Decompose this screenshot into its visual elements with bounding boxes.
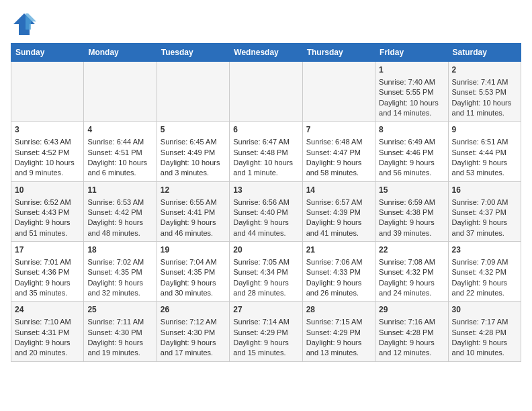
day-info: Sunrise: 6:48 AM	[306, 137, 371, 147]
calendar-day-cell: 30Sunrise: 7:17 AMSunset: 4:28 PMDayligh…	[448, 302, 521, 361]
day-number: 17	[15, 244, 80, 256]
calendar-day-cell: 13Sunrise: 6:56 AMSunset: 4:40 PMDayligh…	[230, 181, 302, 241]
calendar-day-cell: 29Sunrise: 7:16 AMSunset: 4:28 PMDayligh…	[375, 302, 448, 361]
day-info: Daylight: 9 hours and 37 minutes.	[452, 218, 517, 238]
day-info: Daylight: 9 hours and 56 minutes.	[379, 158, 444, 179]
day-info: Daylight: 9 hours and 15 minutes.	[233, 338, 298, 359]
day-number: 10	[15, 185, 80, 196]
day-number: 1	[379, 64, 444, 76]
day-info: Daylight: 9 hours and 19 minutes.	[87, 338, 152, 359]
day-info: Daylight: 10 hours and 1 minute.	[233, 158, 298, 179]
calendar-day-cell: 6Sunrise: 6:47 AMSunset: 4:48 PMDaylight…	[230, 122, 302, 181]
day-info: Sunset: 4:37 PM	[452, 208, 517, 218]
day-info: Daylight: 9 hours and 28 minutes.	[233, 278, 298, 299]
calendar-day-cell: 18Sunrise: 7:02 AMSunset: 4:35 PMDayligh…	[84, 242, 157, 302]
day-number: 12	[161, 185, 226, 196]
calendar-body: 1Sunrise: 7:40 AMSunset: 5:55 PMDaylight…	[11, 62, 521, 362]
day-of-week-header: Thursday	[302, 44, 375, 62]
day-info: Daylight: 9 hours and 26 minutes.	[306, 278, 371, 299]
day-info: Sunset: 5:53 PM	[452, 87, 517, 97]
day-info: Daylight: 9 hours and 24 minutes.	[379, 278, 444, 299]
calendar-day-cell: 8Sunrise: 6:49 AMSunset: 4:46 PMDaylight…	[375, 122, 448, 181]
day-info: Sunset: 4:52 PM	[15, 148, 80, 158]
day-number: 29	[379, 304, 444, 316]
day-number: 20	[233, 244, 298, 256]
day-info: Sunset: 4:43 PM	[15, 208, 80, 218]
day-info: Sunrise: 7:06 AM	[306, 257, 371, 267]
day-number: 6	[233, 124, 298, 136]
logo-icon	[11, 11, 38, 38]
calendar-table: SundayMondayTuesdayWednesdayThursdayFrid…	[11, 43, 521, 362]
calendar-week-row: 10Sunrise: 6:52 AMSunset: 4:43 PMDayligh…	[11, 181, 521, 241]
calendar-header-row: SundayMondayTuesdayWednesdayThursdayFrid…	[11, 44, 521, 62]
day-info: Sunset: 4:34 PM	[233, 267, 298, 277]
day-info: Sunset: 4:35 PM	[161, 267, 226, 277]
calendar-week-row: 3Sunrise: 6:43 AMSunset: 4:52 PMDaylight…	[11, 122, 521, 181]
day-info: Sunset: 4:51 PM	[87, 148, 152, 158]
calendar-day-cell: 24Sunrise: 7:10 AMSunset: 4:31 PMDayligh…	[11, 302, 84, 361]
calendar-day-cell: 9Sunrise: 6:51 AMSunset: 4:44 PMDaylight…	[448, 122, 521, 181]
day-info: Sunrise: 6:43 AM	[15, 137, 80, 147]
logo	[11, 11, 42, 38]
day-of-week-header: Friday	[375, 44, 448, 62]
day-info: Daylight: 10 hours and 14 minutes.	[379, 98, 444, 119]
day-info: Daylight: 9 hours and 17 minutes.	[161, 338, 226, 359]
day-info: Sunrise: 7:16 AM	[379, 317, 444, 327]
day-number: 11	[87, 185, 152, 196]
day-info: Daylight: 9 hours and 10 minutes.	[452, 338, 517, 359]
day-info: Sunset: 4:39 PM	[306, 208, 371, 218]
day-number: 27	[233, 304, 298, 316]
calendar-day-cell: 5Sunrise: 6:45 AMSunset: 4:49 PMDaylight…	[157, 122, 229, 181]
day-info: Daylight: 10 hours and 9 minutes.	[15, 158, 80, 179]
day-number: 23	[452, 244, 517, 256]
calendar-week-row: 24Sunrise: 7:10 AMSunset: 4:31 PMDayligh…	[11, 302, 521, 361]
day-of-week-header: Sunday	[11, 44, 84, 62]
day-info: Daylight: 10 hours and 6 minutes.	[87, 158, 152, 179]
day-info: Daylight: 10 hours and 3 minutes.	[161, 158, 226, 179]
calendar-day-cell	[84, 62, 157, 122]
day-info: Sunset: 4:29 PM	[233, 328, 298, 338]
day-number: 28	[306, 304, 371, 316]
calendar-day-cell: 11Sunrise: 6:53 AMSunset: 4:42 PMDayligh…	[84, 181, 157, 241]
day-number: 9	[452, 124, 517, 136]
day-number: 14	[306, 185, 371, 196]
calendar-day-cell: 15Sunrise: 6:59 AMSunset: 4:38 PMDayligh…	[375, 181, 448, 241]
calendar-day-cell: 23Sunrise: 7:09 AMSunset: 4:32 PMDayligh…	[448, 242, 521, 302]
day-info: Sunset: 4:30 PM	[161, 328, 226, 338]
calendar-day-cell	[230, 62, 302, 122]
calendar-day-cell: 28Sunrise: 7:15 AMSunset: 4:29 PMDayligh…	[302, 302, 375, 361]
day-info: Daylight: 9 hours and 44 minutes.	[233, 218, 298, 238]
calendar-week-row: 1Sunrise: 7:40 AMSunset: 5:55 PMDaylight…	[11, 62, 521, 122]
day-info: Daylight: 9 hours and 32 minutes.	[87, 278, 152, 299]
day-of-week-header: Tuesday	[157, 44, 229, 62]
day-info: Sunrise: 7:08 AM	[379, 257, 444, 267]
calendar-day-cell: 3Sunrise: 6:43 AMSunset: 4:52 PMDaylight…	[11, 122, 84, 181]
day-info: Daylight: 9 hours and 46 minutes.	[161, 218, 226, 238]
day-info: Daylight: 9 hours and 53 minutes.	[452, 158, 517, 179]
calendar-day-cell	[157, 62, 229, 122]
day-info: Sunset: 4:32 PM	[379, 267, 444, 277]
day-number: 22	[379, 244, 444, 256]
day-number: 2	[452, 64, 517, 76]
day-info: Sunset: 4:33 PM	[306, 267, 371, 277]
day-info: Sunset: 4:29 PM	[306, 328, 371, 338]
day-info: Sunset: 4:30 PM	[87, 328, 152, 338]
calendar-day-cell: 26Sunrise: 7:12 AMSunset: 4:30 PMDayligh…	[157, 302, 229, 361]
day-number: 25	[87, 304, 152, 316]
day-info: Daylight: 10 hours and 11 minutes.	[452, 98, 517, 119]
day-info: Sunrise: 7:41 AM	[452, 77, 517, 87]
day-info: Sunset: 4:47 PM	[306, 148, 371, 158]
calendar-day-cell: 2Sunrise: 7:41 AMSunset: 5:53 PMDaylight…	[448, 62, 521, 122]
day-number: 30	[452, 304, 517, 316]
day-info: Daylight: 9 hours and 20 minutes.	[15, 338, 80, 359]
day-info: Sunset: 4:28 PM	[379, 328, 444, 338]
day-info: Daylight: 9 hours and 22 minutes.	[452, 278, 517, 299]
calendar-day-cell: 17Sunrise: 7:01 AMSunset: 4:36 PMDayligh…	[11, 242, 84, 302]
calendar-day-cell: 21Sunrise: 7:06 AMSunset: 4:33 PMDayligh…	[302, 242, 375, 302]
day-info: Sunset: 4:48 PM	[233, 148, 298, 158]
calendar-day-cell: 4Sunrise: 6:44 AMSunset: 4:51 PMDaylight…	[84, 122, 157, 181]
day-info: Daylight: 9 hours and 39 minutes.	[379, 218, 444, 238]
day-info: Daylight: 9 hours and 35 minutes.	[15, 278, 80, 299]
day-of-week-header: Wednesday	[230, 44, 302, 62]
day-of-week-header: Monday	[84, 44, 157, 62]
